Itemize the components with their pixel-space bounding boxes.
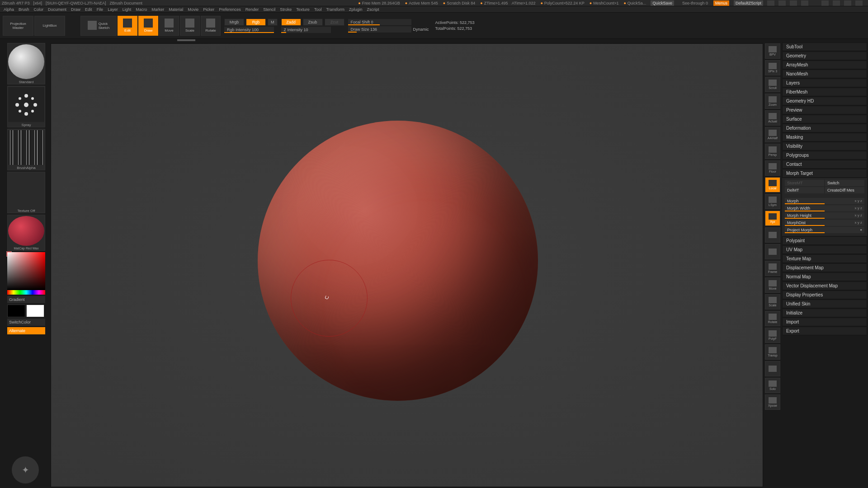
menu-texture[interactable]: Texture [296, 7, 310, 12]
menu-file[interactable]: File [97, 7, 104, 12]
nav-zoom-button[interactable]: Zoom [765, 94, 780, 109]
nav-scroll-button[interactable]: Scroll [765, 77, 780, 92]
zsub-toggle[interactable]: Zsub [303, 19, 323, 26]
nav-aahalf-button[interactable]: AAHalf [765, 127, 780, 142]
see-through[interactable]: See-through 0 [682, 1, 708, 5]
stroke-selector[interactable]: Spray [7, 86, 45, 127]
menus-button[interactable]: Menus [713, 0, 729, 6]
focal-shift-slider[interactable]: Focal Shift 0 [348, 19, 411, 25]
nav-persp-button[interactable]: Persp [765, 144, 780, 159]
nav-polyf-button[interactable]: PolyF [765, 328, 780, 343]
alternate-button[interactable]: Alternate [7, 327, 45, 334]
nav-m2-button[interactable] [765, 244, 780, 259]
dynamic-label[interactable]: Dynamic [413, 27, 429, 32]
menu-color[interactable]: Color [34, 7, 44, 12]
draw-size-slider[interactable]: Draw Size 136 [348, 26, 411, 33]
rgb-toggle[interactable]: Rgb [246, 19, 266, 26]
panel-polypaint[interactable]: Polypaint [782, 236, 867, 245]
morph-width-slider[interactable]: Morph Widthx y z [785, 205, 864, 211]
win-icon-4[interactable] [801, 0, 808, 6]
mrgb-toggle[interactable]: Mrgb [224, 19, 244, 26]
panel-preview[interactable]: Preview [782, 106, 867, 114]
nav-ghost-button[interactable] [765, 361, 780, 376]
menu-layer[interactable]: Layer [108, 7, 118, 12]
panel-export[interactable]: Export [782, 327, 867, 335]
quicksave-button[interactable]: QuickSave [651, 0, 674, 6]
project-morph-slider[interactable]: Project Morph● [785, 227, 864, 233]
hue-slider[interactable] [7, 290, 45, 295]
panel-vector-displacement-map[interactable]: Vector Displacement Map [782, 282, 867, 290]
minimize-icon[interactable] [821, 0, 829, 6]
nav-lsym-button[interactable]: LSym [765, 194, 780, 209]
viewport[interactable] [51, 43, 763, 487]
win-icon-1[interactable] [767, 0, 774, 6]
menu-document[interactable]: Document [48, 7, 66, 12]
menu-material[interactable]: Material [169, 7, 183, 12]
menu-edit[interactable]: Edit [85, 7, 92, 12]
close-icon[interactable] [855, 0, 863, 6]
restore-icon[interactable] [844, 0, 851, 6]
nav-rotate-button[interactable]: Rotate [765, 311, 780, 326]
alpha-selector[interactable]: BrushAlpha [7, 129, 45, 170]
creatediff-button[interactable]: CreateDiff Mes [825, 187, 864, 193]
secondary-color-swatch[interactable] [26, 305, 44, 317]
texture-selector[interactable]: Texture Off [7, 172, 45, 213]
menu-tool[interactable]: Tool [314, 7, 322, 12]
menu-macro[interactable]: Macro [136, 7, 147, 12]
switch-color-button[interactable]: SwitchColor [7, 319, 45, 326]
menu-draw[interactable]: Draw [71, 7, 80, 12]
menu-brush[interactable]: Brush [19, 7, 29, 12]
panel-geometry-hd[interactable]: Geometry HD [782, 97, 867, 105]
panel-nanomesh[interactable]: NanoMesh [782, 70, 867, 78]
zadd-toggle[interactable]: Zadd [281, 19, 301, 26]
delmt-button[interactable]: DelMT [785, 187, 824, 193]
nav-local-button[interactable]: Local [765, 177, 780, 192]
menu-marker[interactable]: Marker [151, 7, 164, 12]
panel-subtool[interactable]: SubTool [782, 42, 867, 51]
color-picker[interactable] [7, 252, 45, 290]
menu-alpha[interactable]: Alpha [4, 7, 14, 12]
menu-preferences[interactable]: Preferences [219, 7, 241, 12]
menu-transform[interactable]: Transform [326, 7, 344, 12]
projection-master-button[interactable]: Projection Master [3, 16, 33, 36]
menu-movie[interactable]: Movie [188, 7, 198, 12]
win-icon-3[interactable] [790, 0, 797, 6]
panel-texture-map[interactable]: Texture Map [782, 254, 867, 263]
menu-zplugin[interactable]: Zplugin [349, 7, 363, 12]
menu-render[interactable]: Render [245, 7, 259, 12]
zcut-toggle[interactable]: Zcut [325, 19, 344, 26]
panel-arraymesh[interactable]: ArrayMesh [782, 61, 867, 69]
maximize-icon[interactable] [833, 0, 840, 6]
panel-display-properties[interactable]: Display Properties [782, 291, 867, 299]
rotate-button[interactable]: Rotate [201, 16, 221, 36]
menu-picker[interactable]: Picker [203, 7, 214, 12]
edit-button[interactable]: Edit [118, 16, 137, 36]
panel-initialize[interactable]: Initialize [782, 309, 867, 317]
switch-button[interactable]: Switch [825, 180, 864, 186]
panel-fibermesh[interactable]: FiberMesh [782, 88, 867, 96]
morph-height-slider[interactable]: Morph Heightx y z [785, 212, 864, 219]
morph-slider[interactable]: Morphx y z [785, 198, 864, 204]
nav-bpv-button[interactable]: BPV [765, 43, 780, 59]
panel-geometry[interactable]: Geometry [782, 52, 867, 60]
main-color-swatch[interactable] [7, 305, 25, 317]
nav-spix-button[interactable]: SPix 3 [765, 60, 780, 75]
nav-xpose-button[interactable]: Xpose [765, 394, 780, 410]
panel-import[interactable]: Import [782, 318, 867, 326]
menu-zscript[interactable]: Zscript [367, 7, 379, 12]
panel-contact[interactable]: Contact [782, 160, 867, 169]
ui-script[interactable]: DefaultZScript [734, 0, 763, 6]
menu-stroke[interactable]: Stroke [280, 7, 292, 12]
panel-layers[interactable]: Layers [782, 79, 867, 87]
nav-transp-button[interactable]: Transp [765, 344, 780, 360]
nav-frame-button[interactable]: Frame [765, 261, 780, 276]
nav-move-button[interactable]: Move [765, 277, 780, 293]
move-button[interactable]: Move [159, 16, 179, 36]
menu-light[interactable]: Light [123, 7, 132, 12]
nav-m1-button[interactable] [765, 227, 780, 243]
gradient-toggle[interactable]: Gradient [7, 296, 45, 303]
panel-deformation[interactable]: Deformation [782, 124, 867, 132]
nav-solo-button[interactable]: Solo [765, 378, 780, 393]
morph-dist-slider[interactable]: MorphDistx y z [785, 220, 864, 226]
panel-normal-map[interactable]: Normal Map [782, 272, 867, 281]
